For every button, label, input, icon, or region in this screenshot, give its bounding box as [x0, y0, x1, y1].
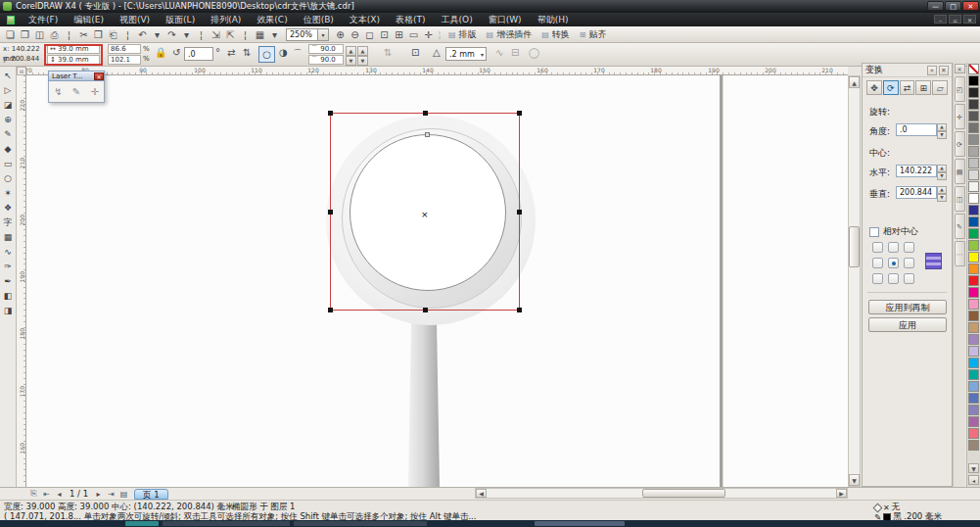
vertical-scroll-thumb[interactable] — [849, 226, 860, 267]
horizontal-scroll-thumb[interactable] — [642, 489, 725, 498]
vertical-ruler[interactable]: 220210200190180170160 — [17, 75, 26, 487]
doc-close-button[interactable]: ✕ — [963, 15, 976, 24]
color-swatch[interactable] — [968, 287, 979, 298]
pick-tool[interactable]: ↖ — [1, 69, 16, 83]
selection-handle[interactable] — [517, 210, 522, 215]
menu-item[interactable]: 工具(O) — [434, 15, 481, 24]
maximize-button[interactable]: □ — [945, 1, 961, 11]
transform-skew-tab[interactable]: ▱ — [932, 80, 948, 95]
scroll-down-arrow[interactable]: ▼ — [849, 474, 860, 486]
previous-page-button[interactable]: ◂ — [53, 490, 66, 499]
laser-tool-3-icon[interactable]: ✛ — [90, 86, 98, 97]
fill-tool[interactable]: ◧ — [1, 289, 16, 304]
menu-item[interactable]: 窗口(W) — [481, 15, 530, 24]
color-swatch[interactable] — [968, 322, 979, 333]
zoom-page-icon[interactable]: ▭ — [406, 27, 421, 42]
color-swatch[interactable] — [968, 358, 979, 368]
crop-tool[interactable]: ◪ — [1, 98, 16, 113]
zoom-level-combo[interactable]: 250% ▾ — [286, 28, 329, 41]
application-launcher-icon[interactable]: ▦ — [253, 27, 267, 42]
menu-item[interactable]: 文件(F) — [21, 15, 66, 24]
mirror-horizontal-icon[interactable]: ⇄ — [227, 47, 235, 58]
color-swatch[interactable] — [968, 299, 979, 310]
scale-y-field[interactable]: 102.1 — [108, 55, 141, 65]
docker-tab-5[interactable]: ◫ — [955, 186, 965, 212]
copy-icon[interactable]: ❒ — [91, 27, 106, 42]
docker-tab-7[interactable]: ⋯ — [955, 241, 965, 266]
menu-item[interactable]: 版面(L) — [158, 15, 203, 24]
minimize-button[interactable]: — — [927, 1, 944, 11]
redo-icon[interactable]: ↷ — [164, 27, 179, 42]
close-button[interactable]: ✕ — [962, 1, 979, 11]
ellipse-tool[interactable]: ○ — [1, 171, 16, 186]
add-page-button[interactable]: ▤ — [117, 490, 130, 499]
color-swatch[interactable] — [968, 428, 979, 439]
export-icon[interactable]: ⇱ — [223, 27, 238, 42]
vertical-scrollbar[interactable]: ▲ ▼ — [848, 75, 861, 487]
zoom-one-icon[interactable]: ◻ — [362, 27, 377, 42]
horizontal-ruler[interactable]: 7080901001101201301401501601701801902002… — [26, 67, 848, 75]
palette-expand-icon[interactable]: ◂ — [968, 475, 979, 485]
laser-toolbar-titlebar[interactable]: Laser T... ✕ — [48, 71, 105, 81]
basic-shapes-tool[interactable]: ❖ — [1, 201, 16, 216]
color-swatch[interactable] — [968, 158, 979, 168]
transform-scale-mirror-tab[interactable]: ⇄ — [900, 80, 915, 95]
color-swatch[interactable] — [968, 216, 979, 227]
selection-handle[interactable] — [328, 210, 333, 215]
zoom-all-icon[interactable]: ⊞ — [392, 27, 406, 42]
docker-tab-2[interactable]: ✛ — [955, 104, 965, 129]
no-color-swatch[interactable] — [968, 64, 979, 74]
color-swatch[interactable] — [968, 87, 979, 98]
selection-handle[interactable] — [517, 308, 522, 312]
plugins-button[interactable]: ▤ 增强插件 — [487, 28, 533, 41]
save-icon[interactable]: ◫ — [32, 27, 47, 42]
docker-tab-6[interactable]: ✎ — [955, 214, 965, 239]
center-vertical-input[interactable]: 200.844 — [896, 186, 937, 199]
menu-item[interactable]: 帮助(H) — [530, 15, 577, 24]
menu-item[interactable]: 视图(V) — [112, 15, 158, 24]
docker-tab-3[interactable]: ⟳ — [955, 131, 965, 157]
separator[interactable]: ¦ — [120, 27, 135, 42]
direction-icon[interactable]: ⇅ — [384, 47, 392, 58]
apply-to-duplicate-button[interactable]: 应用到再制 — [868, 300, 947, 314]
color-swatch[interactable] — [968, 111, 979, 121]
separator[interactable]: ¦ — [238, 27, 253, 42]
paste-icon[interactable]: ⎗ — [106, 27, 120, 42]
color-swatch[interactable] — [968, 416, 979, 427]
layout-button[interactable]: ▤ 排版 — [448, 28, 477, 41]
menu-item[interactable]: 编辑(E) — [66, 15, 112, 24]
blend-tool[interactable]: ∿ — [1, 245, 16, 260]
taskbar-button[interactable] — [163, 521, 290, 526]
color-swatch[interactable] — [968, 440, 979, 451]
next-page-button[interactable]: ▸ — [92, 490, 105, 499]
object-x-position[interactable]: x: 140.222 mm — [3, 44, 46, 54]
shape-tool[interactable]: ▷ — [1, 83, 16, 98]
zoom-dropdown-icon[interactable]: ▾ — [317, 29, 328, 40]
new-document-icon[interactable]: ❏ — [3, 27, 18, 42]
doc-restore-button[interactable]: ▫ — [949, 15, 961, 24]
selection-handle[interactable] — [423, 308, 428, 312]
mirror-vertical-icon[interactable]: ⇅ — [243, 47, 251, 58]
interactive-fill-tool[interactable]: ◨ — [1, 304, 16, 318]
color-swatch[interactable] — [968, 311, 979, 321]
zoom-in-icon[interactable]: ⊕ — [333, 27, 348, 42]
docker-close-button[interactable]: ✕ — [939, 66, 949, 75]
zoom-out-icon[interactable]: ⊖ — [348, 27, 362, 42]
color-swatch[interactable] — [968, 334, 979, 345]
color-swatch[interactable] — [968, 405, 979, 415]
rectangle-tool[interactable]: ▭ — [1, 157, 16, 171]
undo-dropdown-icon[interactable]: ▾ — [150, 27, 164, 42]
docker-tab-4[interactable]: ▤ — [955, 159, 965, 184]
pan-icon[interactable]: ✛ — [421, 27, 436, 42]
color-swatch[interactable] — [968, 264, 979, 274]
anchor-radio[interactable] — [904, 273, 914, 284]
taskbar-button[interactable] — [535, 521, 625, 526]
laser-tool-2-icon[interactable]: ✎ — [72, 86, 80, 97]
arc-mode-button[interactable]: ⌒ — [293, 47, 303, 61]
color-swatch[interactable] — [968, 122, 979, 133]
selection-handle[interactable] — [328, 111, 333, 116]
anchor-radio[interactable] — [872, 258, 883, 268]
color-swatch[interactable] — [968, 346, 979, 357]
outline-width-combo[interactable]: .2 mm ▾ — [445, 47, 487, 61]
color-swatch[interactable] — [968, 393, 979, 404]
